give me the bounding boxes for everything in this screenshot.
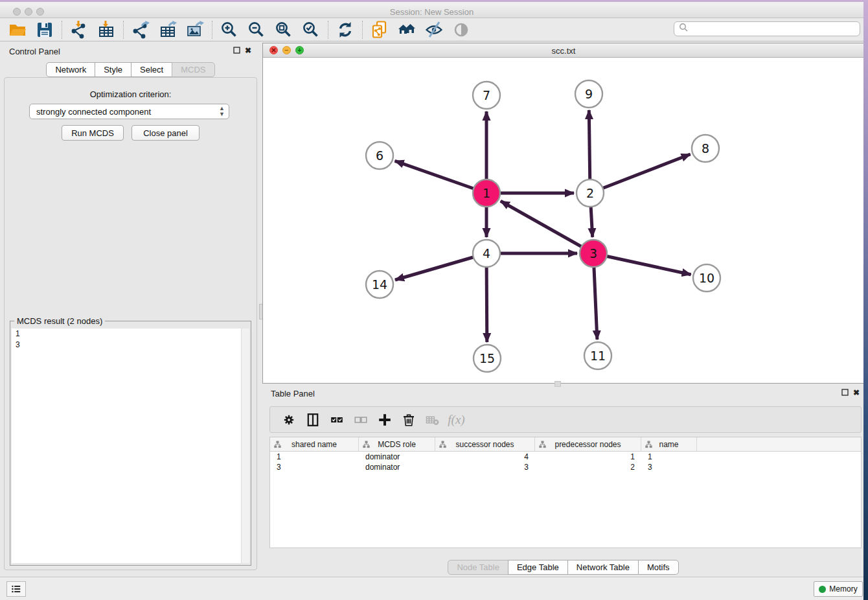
sort-icon [539,441,546,450]
table-cell: dominator [359,463,435,472]
open-folder-button[interactable] [4,19,31,40]
node-14[interactable]: 14 [366,271,393,298]
svg-text:1: 1 [483,186,490,200]
svg-text:11: 11 [590,349,606,363]
table-panel-tabs: Node TableEdge TableNetwork TableMotifs [262,560,865,575]
deselect-button[interactable] [348,410,372,430]
clone-network-button[interactable] [366,19,393,40]
toolbar-separator [328,21,328,39]
export-image-button[interactable] [181,19,209,40]
node-2[interactable]: 2 [577,179,604,207]
node-8[interactable]: 8 [692,135,719,162]
node-4[interactable]: 4 [473,240,500,267]
svg-text:2: 2 [586,186,594,200]
main-titlebar: Session: New Session [0,2,863,18]
criterion-dropdown[interactable]: strongly connected component ▲▼ [29,104,229,119]
columns-button[interactable] [301,410,325,430]
list-icon [10,583,22,595]
svg-text:8: 8 [702,141,709,156]
search-icon [679,23,689,35]
sort-icon [439,441,446,450]
svg-text:10: 10 [699,271,714,285]
horizontal-splitter-handle[interactable] [554,381,561,387]
control-panel-title: Control Panel [9,47,60,56]
export-network-button[interactable] [127,19,154,40]
node-9[interactable]: 9 [575,80,602,108]
node-6[interactable]: 6 [366,142,393,169]
add-column-button[interactable] [372,410,396,430]
import-network-button[interactable] [65,19,93,40]
float-panel-icon[interactable] [233,47,240,56]
column-header-name[interactable]: name [641,437,697,451]
zoom-in-button[interactable] [216,19,243,40]
table-cell: 2 [535,463,641,472]
zoom-out-button[interactable] [243,19,270,40]
function-builder-button: f(x) [444,410,468,430]
control-panel-tabs: NetworkStyleSelectMCDS [0,62,262,77]
delete-column-button[interactable] [396,410,420,430]
column-header-predecessor-nodes[interactable]: predecessor nodes [535,437,641,451]
tab-network-table[interactable]: Network Table [567,560,639,575]
result-scrollbar[interactable] [241,329,249,563]
close-table-panel-icon[interactable]: ✖ [853,388,860,397]
edge-2-8[interactable] [590,154,691,193]
network-canvas[interactable]: 7968124314101511 [263,58,864,383]
hide-selected-button[interactable] [420,19,448,40]
node-15[interactable]: 15 [474,345,501,372]
refresh-button[interactable] [332,19,359,40]
gear-button[interactable] [277,410,301,430]
toolbar-separator [123,21,124,39]
run-mcds-button[interactable]: Run MCDS [62,125,124,141]
table-cell: 3 [270,463,359,472]
tab-edge-table[interactable]: Edge Table [508,560,568,575]
result-item: 1 [12,329,242,340]
column-header-successor-nodes[interactable]: successor nodes [435,437,535,451]
svg-text:9: 9 [585,87,593,101]
show-all-button[interactable] [448,19,475,40]
column-header-MCDS-role[interactable]: MCDS role [359,437,435,451]
node-3[interactable]: 3 [580,240,607,267]
memory-button[interactable]: Memory [814,581,863,597]
tab-select[interactable]: Select [131,62,172,77]
table-cell: 1 [535,452,641,461]
node-10[interactable]: 10 [693,264,720,292]
zoom-selected-button[interactable] [297,19,325,40]
memory-status-icon [819,586,826,593]
result-item: 3 [12,340,242,351]
select-all-button[interactable] [325,410,348,430]
first-neighbors-button[interactable] [393,19,420,40]
node-1[interactable]: 1 [473,179,500,207]
close-panel-icon[interactable]: ✖ [245,46,251,55]
import-table-button[interactable] [93,19,120,40]
tab-node-table[interactable]: Node Table [448,560,508,575]
tab-style[interactable]: Style [95,62,131,77]
node-7[interactable]: 7 [473,82,500,109]
status-bar: Memory [0,577,863,600]
edge-1-6[interactable] [395,161,486,193]
svg-text:4: 4 [483,246,490,260]
column-header-shared-name[interactable]: shared name [270,437,359,451]
tab-motifs[interactable]: Motifs [638,560,679,575]
save-button[interactable] [31,19,58,40]
edge-3-10[interactable] [593,253,691,275]
svg-text:3: 3 [589,246,597,260]
sort-icon [274,441,281,450]
tab-mcds[interactable]: MCDS [172,62,214,77]
node-11[interactable]: 11 [584,342,611,369]
task-history-button[interactable] [6,581,26,597]
toolbar-separator [62,21,62,39]
search-input[interactable] [674,21,860,36]
edge-3-1[interactable] [501,201,593,253]
application-window: Session: New Session Control Panel ✖ Net… [0,0,868,600]
network-view-title: scc.txt [263,46,864,56]
dropdown-stepper-icon: ▲▼ [219,106,225,117]
table-row[interactable]: 3dominator323 [270,462,861,472]
table-body: 1dominator4113dominator323 [270,452,861,472]
float-table-panel-icon[interactable] [841,389,849,398]
close-panel-button[interactable]: Close panel [131,125,200,141]
export-table-button[interactable] [154,19,181,40]
mcds-result-list: 13 [12,329,242,563]
zoom-fit-button[interactable] [270,19,297,40]
tab-network[interactable]: Network [46,62,95,77]
table-row[interactable]: 1dominator411 [270,452,861,462]
